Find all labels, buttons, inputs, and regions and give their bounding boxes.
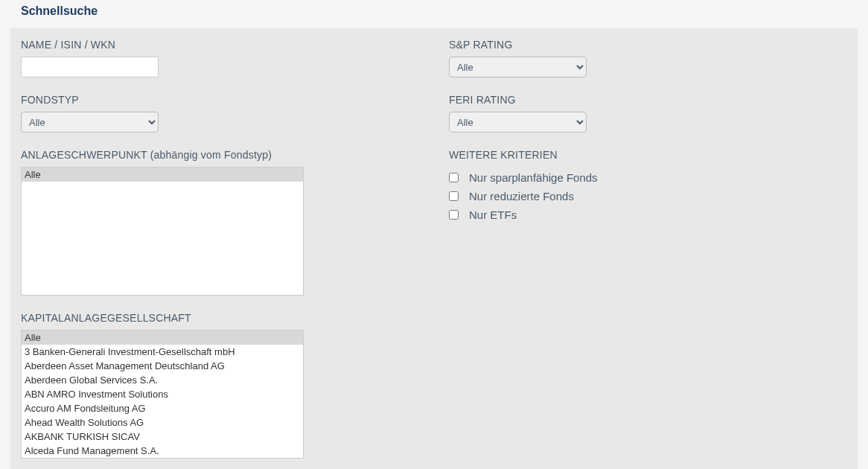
list-item[interactable]: Aberdeen Global Services S.A. bbox=[22, 373, 303, 387]
fondstyp-label: FONDSTYP bbox=[21, 94, 419, 106]
right-column: S&P RATING Alle FERI RATING Alle WEITERE… bbox=[449, 39, 847, 459]
list-item[interactable]: Accuro AM Fondsleitung AG bbox=[22, 401, 303, 415]
criteria-checkbox[interactable] bbox=[449, 173, 459, 182]
list-item[interactable]: ABN AMRO Investment Solutions bbox=[22, 387, 303, 401]
panel-title: Schnellsuche bbox=[10, 4, 858, 18]
anlageschwerpunkt-listbox[interactable]: Alle bbox=[21, 167, 304, 296]
weitere-kriterien-field: WEITERE KRITERIEN Nur sparplanfähige Fon… bbox=[449, 149, 847, 221]
criteria-checkbox[interactable] bbox=[449, 210, 459, 220]
criteria-list: Nur sparplanfähige FondsNur reduzierte F… bbox=[449, 171, 847, 221]
criteria-label: Nur reduzierte Fonds bbox=[469, 190, 574, 202]
fondstyp-field: FONDSTYP Alle bbox=[21, 94, 419, 133]
list-item[interactable]: AKBANK TURKISH SICAV bbox=[22, 430, 303, 444]
criteria-label: Nur sparplanfähige Fonds bbox=[469, 171, 598, 184]
sp-rating-field: S&P RATING Alle bbox=[449, 39, 847, 77]
criteria-row: Nur ETFs bbox=[449, 208, 847, 221]
list-item[interactable]: Alceda Fund Management S.A. bbox=[22, 444, 303, 458]
fondstyp-select[interactable]: Alle bbox=[21, 112, 159, 133]
list-item[interactable]: Alle bbox=[22, 168, 303, 182]
feri-rating-select[interactable]: Alle bbox=[449, 112, 587, 133]
weitere-kriterien-label: WEITERE KRITERIEN bbox=[449, 149, 847, 161]
name-label: NAME / ISIN / WKN bbox=[21, 39, 419, 51]
name-input[interactable] bbox=[21, 57, 159, 77]
list-item[interactable]: 3 Banken-Generali Investment-Gesellschaf… bbox=[22, 345, 303, 359]
kag-field: KAPITALANLAGEGESELLSCHAFT Alle3 Banken-G… bbox=[21, 312, 419, 459]
name-field: NAME / ISIN / WKN bbox=[21, 39, 419, 77]
kag-listbox[interactable]: Alle3 Banken-Generali Investment-Gesells… bbox=[21, 330, 304, 459]
criteria-label: Nur ETFs bbox=[469, 208, 517, 221]
columns: NAME / ISIN / WKN FONDSTYP Alle ANLAGESC… bbox=[21, 39, 847, 459]
sp-rating-select[interactable]: Alle bbox=[449, 57, 587, 77]
feri-rating-label: FERI RATING bbox=[449, 94, 847, 106]
quick-search-panel: NAME / ISIN / WKN FONDSTYP Alle ANLAGESC… bbox=[10, 28, 858, 469]
anlageschwerpunkt-label: ANLAGESCHWERPUNKT (abhängig vom Fondstyp… bbox=[21, 149, 419, 161]
sp-rating-label: S&P RATING bbox=[449, 39, 847, 51]
criteria-checkbox[interactable] bbox=[449, 191, 459, 201]
list-item[interactable]: Alle bbox=[22, 331, 303, 345]
list-item[interactable]: Ahead Wealth Solutions AG bbox=[22, 415, 303, 430]
anlageschwerpunkt-field: ANLAGESCHWERPUNKT (abhängig vom Fondstyp… bbox=[21, 149, 419, 296]
left-column: NAME / ISIN / WKN FONDSTYP Alle ANLAGESC… bbox=[21, 39, 419, 459]
feri-rating-field: FERI RATING Alle bbox=[449, 94, 847, 133]
criteria-row: Nur reduzierte Fonds bbox=[449, 190, 847, 202]
list-item[interactable]: Aberdeen Asset Management Deutschland AG bbox=[22, 359, 303, 373]
criteria-row: Nur sparplanfähige Fonds bbox=[449, 171, 847, 184]
kag-label: KAPITALANLAGEGESELLSCHAFT bbox=[21, 312, 419, 324]
